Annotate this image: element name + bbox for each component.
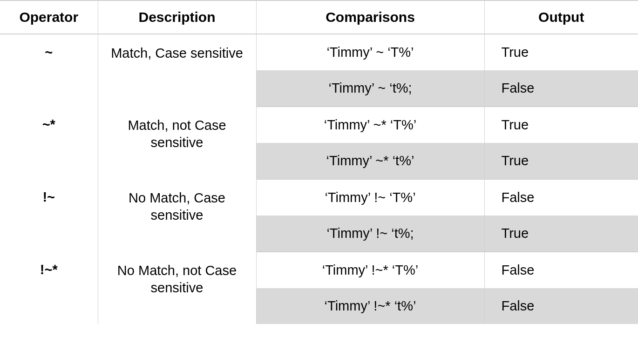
- header-description: Description: [98, 0, 256, 34]
- operators-table: Operator Description Comparisons Output …: [0, 0, 638, 324]
- operator-cell: ~*: [0, 107, 98, 179]
- header-comparisons: Comparisons: [256, 0, 484, 34]
- operator-cell: !~*: [0, 252, 98, 324]
- comparison-cell: ‘Timmy’ !~* ‘T%’: [256, 252, 484, 288]
- header-output: Output: [484, 0, 638, 34]
- output-cell: True: [484, 143, 638, 179]
- table-row: ~ Match, Case sensitive ‘Timmy’ ~ ‘T%’ T…: [0, 34, 638, 70]
- comparison-cell: ‘Timmy’ ~ ‘t%;: [256, 70, 484, 107]
- description-cell: Match, Case sensitive: [98, 34, 256, 107]
- output-cell: True: [484, 216, 638, 252]
- output-cell: False: [484, 252, 638, 288]
- table-row: !~* No Match, not Case sensitive ‘Timmy’…: [0, 252, 638, 288]
- table-row: !~ No Match, Case sensitive ‘Timmy’ !~ ‘…: [0, 179, 638, 216]
- operator-cell: !~: [0, 179, 98, 252]
- operator-cell: ~: [0, 34, 98, 107]
- table-row: ~* Match, not Case sensitive ‘Timmy’ ~* …: [0, 107, 638, 143]
- description-cell: Match, not Case sensitive: [98, 107, 256, 179]
- table-header-row: Operator Description Comparisons Output: [0, 0, 638, 34]
- description-cell: No Match, not Case sensitive: [98, 252, 256, 324]
- output-cell: False: [484, 179, 638, 216]
- output-cell: False: [484, 288, 638, 324]
- output-cell: True: [484, 34, 638, 70]
- comparison-cell: ‘Timmy’ ~* ‘T%’: [256, 107, 484, 143]
- header-operator: Operator: [0, 0, 98, 34]
- comparison-cell: ‘Timmy’ ~ ‘T%’: [256, 34, 484, 70]
- comparison-cell: ‘Timmy’ !~ ‘T%’: [256, 179, 484, 216]
- output-cell: False: [484, 70, 638, 107]
- output-cell: True: [484, 107, 638, 143]
- comparison-cell: ‘Timmy’ ~* ‘t%’: [256, 143, 484, 179]
- comparison-cell: ‘Timmy’ !~ ‘t%;: [256, 216, 484, 252]
- comparison-cell: ‘Timmy’ !~* ‘t%’: [256, 288, 484, 324]
- description-cell: No Match, Case sensitive: [98, 179, 256, 252]
